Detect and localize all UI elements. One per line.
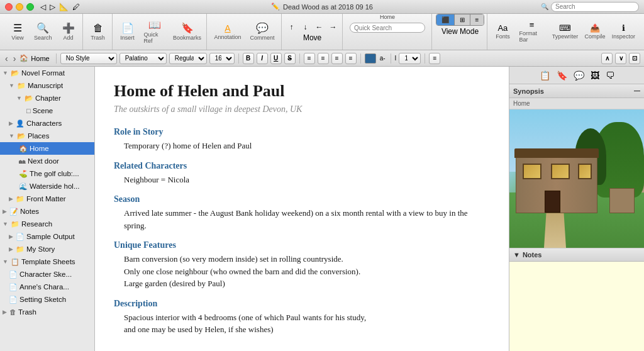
sidebar-item-chapter[interactable]: ▼ 📂 Chapter: [0, 92, 94, 104]
font-select[interactable]: Palatino: [119, 53, 167, 64]
text-color-box[interactable]: [365, 53, 376, 64]
window-icon3[interactable]: 📐: [59, 3, 69, 11]
justify-button[interactable]: ≡: [345, 53, 357, 64]
typewriter-button[interactable]: ⌨ Typewriter: [550, 21, 580, 42]
section-content-3: Barn conversion (so very modern inside) …: [114, 253, 490, 290]
sidebar-item-front-matter[interactable]: ▶ 📁 Front Matter: [0, 192, 94, 205]
sidebar-item-sample-output[interactable]: ▶ 📄 Sample Output: [0, 230, 94, 243]
expand-button[interactable]: ⊡: [629, 53, 640, 64]
window-icon4[interactable]: 🖊: [72, 3, 80, 11]
sidebar-item-manuscript[interactable]: ▼ 📁 Manuscript: [0, 79, 94, 92]
sidebar-item-research[interactable]: ▼ 📁 Research: [0, 218, 94, 230]
strikethrough-button[interactable]: S: [284, 53, 296, 64]
minimize-button[interactable]: [16, 3, 23, 11]
notes-label: Notes: [523, 251, 542, 259]
sidebar-item-golf-club[interactable]: ⛳ The golf club:...: [0, 167, 94, 180]
font-weight-select[interactable]: Regular: [169, 53, 207, 64]
doc-icon-waterside: 🌊: [19, 182, 28, 191]
view-button[interactable]: ☰ View: [6, 21, 29, 43]
view-mode-split[interactable]: ⊞: [455, 14, 470, 25]
trash-button[interactable]: 🗑 Trash: [87, 21, 109, 43]
move-left-button[interactable]: ←: [313, 21, 326, 33]
sidebar-label-characters: Characters: [26, 120, 62, 127]
file-icon: ✏️: [271, 3, 280, 11]
disclosure-research: ▼: [3, 221, 8, 227]
divider2: [238, 53, 239, 64]
sidebar-item-my-story[interactable]: ▶ 📁 My Story: [0, 243, 94, 255]
list-button[interactable]: ≡: [429, 53, 440, 64]
inspector-icon-comment[interactable]: 💬: [574, 70, 584, 81]
color-label: a-: [380, 55, 386, 62]
insert-button[interactable]: 📄 Insert: [116, 21, 139, 43]
inspector-button[interactable]: ℹ Inspector: [609, 21, 638, 42]
fonts-button[interactable]: Aa Fonts: [491, 21, 514, 42]
line-spacing-label: I: [395, 55, 397, 62]
quick-search-label: Home: [380, 14, 395, 20]
annotation-button[interactable]: A Annotation: [211, 21, 245, 43]
format-bar-button[interactable]: ≡ Format Bar: [515, 18, 548, 45]
sidebar-label-sample: Sample Output: [26, 233, 75, 240]
bookmarks-button[interactable]: 🔖 Bookmarks: [171, 21, 204, 43]
move-right-button[interactable]: →: [327, 21, 340, 33]
sidebar-item-notes[interactable]: ▶ 📝 Notes: [0, 205, 94, 218]
sidebar-label-manuscript: Manuscript: [28, 82, 63, 89]
align-left-button[interactable]: ≡: [304, 53, 315, 64]
sidebar-item-annes-chara[interactable]: 📄 Anne's Chara...: [0, 281, 94, 293]
sidebar-item-characters[interactable]: ▶ 👤 Characters: [0, 117, 94, 130]
toolbar-quick-search-group: Home: [344, 14, 432, 50]
nav-back-button[interactable]: ‹: [4, 53, 9, 64]
doc-icon-next-door: 🏘: [19, 157, 26, 165]
quick-ref-button[interactable]: 📖 Quick Ref: [140, 18, 170, 47]
nav-up-button[interactable]: ∧: [601, 53, 613, 64]
disclosure-chapter: ▼: [16, 95, 22, 101]
align-center-button[interactable]: ≡: [318, 53, 329, 64]
window-icon1[interactable]: ◁: [40, 3, 46, 11]
synopsis-collapse-button[interactable]: —: [634, 87, 640, 94]
notes-textarea[interactable]: [509, 262, 644, 351]
maximize-button[interactable]: [26, 3, 34, 11]
line-spacing-select[interactable]: 1.3: [399, 53, 421, 64]
quick-search-input[interactable]: [350, 23, 425, 33]
title-search-input[interactable]: [551, 2, 639, 12]
move-down-button[interactable]: ↓: [299, 21, 312, 33]
inspector-icon-note[interactable]: 📋: [540, 70, 550, 81]
window-icon2[interactable]: ▷: [50, 3, 55, 11]
sidebar-item-char-sketch[interactable]: 📄 Character Ske...: [0, 268, 94, 281]
view-mode-outline[interactable]: ≡: [470, 14, 484, 25]
divider5: [391, 53, 391, 64]
add-button[interactable]: ➕ Add: [57, 21, 80, 43]
move-up-button[interactable]: ↑: [286, 21, 298, 33]
sidebar-item-places[interactable]: ▼ 📂 Places: [0, 130, 94, 142]
outbuilding: [609, 188, 635, 213]
sidebar-item-novel-format[interactable]: ▼ 📂 Novel Format: [0, 67, 94, 79]
toolbar-move-group: ↑ ↓ ← → Move: [283, 14, 343, 50]
font-size-select[interactable]: 16: [209, 53, 235, 64]
close-button[interactable]: [5, 3, 13, 11]
sidebar-item-home[interactable]: 🏠 Home: [0, 142, 94, 155]
disclosure-templates: ▼: [3, 259, 8, 265]
inspector-icon-photo[interactable]: 🖼: [591, 70, 599, 81]
align-right-button[interactable]: ≡: [331, 53, 343, 64]
nav-forward-button[interactable]: ›: [12, 53, 18, 64]
italic-button[interactable]: I: [257, 53, 268, 64]
section-heading-1: Related Characters: [114, 161, 490, 171]
view-mode-single[interactable]: ⬛: [436, 14, 455, 25]
nav-down-button[interactable]: ∨: [615, 53, 626, 64]
sidebar-item-scene[interactable]: □ Scene: [0, 104, 94, 117]
sidebar-item-trash[interactable]: ▶ 🗑 Trash: [0, 306, 94, 318]
inspector-icon-speech[interactable]: 🗨: [606, 70, 614, 81]
paragraph-style-select[interactable]: No Style: [60, 53, 117, 64]
search-button[interactable]: 🔍 Search: [30, 21, 56, 43]
document-editor[interactable]: Home of Helen and Paul The outskirts of …: [95, 67, 509, 351]
house-body: [516, 157, 597, 213]
sidebar-item-setting-sketch[interactable]: 📄 Setting Sketch: [0, 293, 94, 306]
disclosure-characters: ▶: [9, 120, 13, 126]
comment-button[interactable]: 💬 Comment: [247, 21, 279, 43]
sidebar-item-next-door[interactable]: 🏘 Next door: [0, 155, 94, 167]
underline-button[interactable]: U: [270, 53, 282, 64]
inspector-icon-bookmark[interactable]: 🔖: [557, 70, 567, 81]
sidebar-item-waterside[interactable]: 🌊 Waterside hol...: [0, 180, 94, 192]
sidebar-item-template-sheets[interactable]: ▼ 📋 Template Sheets: [0, 255, 94, 268]
bold-button[interactable]: B: [243, 53, 254, 64]
compile-button[interactable]: 📤 Compile: [582, 21, 608, 42]
